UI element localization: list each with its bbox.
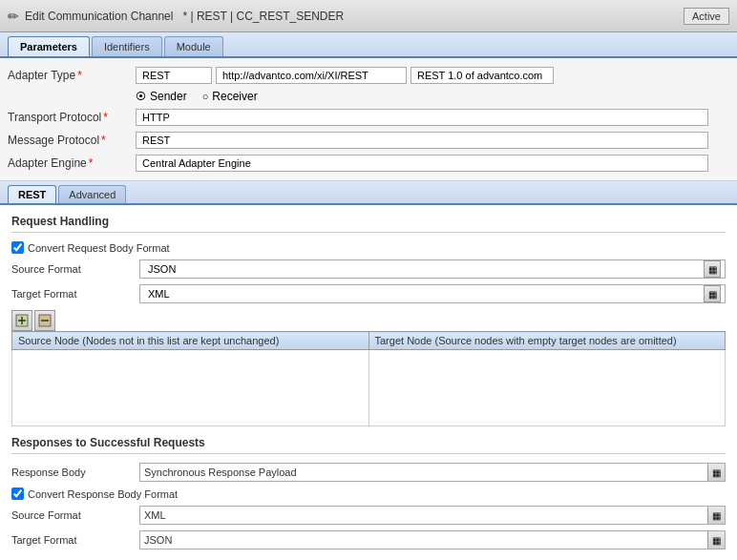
response-body-label: Response Body: [11, 467, 136, 478]
title-bar: ✏ Edit Communication Channel * | REST | …: [0, 0, 737, 32]
sender-receiver-group: ⦿ Sender ○ Receiver: [136, 90, 258, 103]
convert-request-checkbox-row: Convert Request Body Format: [11, 239, 726, 257]
main-tabs: Parameters Identifiers Module: [0, 32, 737, 58]
mapping-table: Source Node (Nodes not in this list are …: [11, 331, 726, 426]
table-toolbar: [11, 310, 726, 331]
response-source-format-input[interactable]: XML ▦: [139, 506, 726, 525]
convert-request-label: Convert Request Body Format: [28, 242, 170, 254]
adapter-type-values: REST http://advantco.com/xi/XI/REST REST…: [136, 67, 554, 84]
sender-radio-label: Sender: [150, 90, 187, 103]
sender-radio-item[interactable]: ⦿ Sender: [136, 90, 187, 103]
responses-section: Responses to Successful Requests Respons…: [11, 436, 726, 552]
adapter-engine-row: Adapter Engine * Central Adapter Engine: [8, 152, 729, 175]
message-protocol-value: REST: [136, 132, 708, 149]
delete-row-button[interactable]: [34, 310, 55, 331]
response-body-value: Synchronous Response Payload: [140, 467, 707, 478]
receiver-radio-item[interactable]: ○ Receiver: [202, 90, 258, 103]
response-source-format-label: Source Format: [11, 509, 136, 521]
adapter-version-value: REST 1.0 of advantco.com: [411, 67, 554, 84]
title-subtitle: * | REST | CC_REST_SENDER: [182, 10, 344, 23]
title-main: Edit Communication Channel: [25, 10, 173, 23]
convert-response-checkbox-row: Convert Response Body Format: [11, 485, 726, 503]
response-source-format-browse[interactable]: ▦: [707, 507, 725, 524]
adapter-type-row: Adapter Type * REST http://advantco.com/…: [8, 64, 729, 87]
adapter-type-value: REST: [136, 67, 212, 84]
transport-protocol-value: HTTP: [136, 109, 708, 126]
source-node-header: Source Node (Nodes not in this list are …: [12, 332, 369, 350]
form-section: Adapter Type * REST http://advantco.com/…: [0, 58, 737, 181]
target-format-browse[interactable]: ▦: [704, 285, 721, 302]
transport-protocol-row: Transport Protocol * HTTP: [8, 106, 729, 129]
response-target-format-input[interactable]: JSON ▦: [139, 530, 726, 550]
response-target-format-browse[interactable]: ▦: [707, 531, 725, 549]
required-star-adapter: *: [77, 69, 82, 82]
target-format-row: Target Format XML ▦: [11, 281, 726, 306]
target-node-header: Target Node (Source nodes with empty tar…: [368, 332, 726, 350]
response-source-format-row: Source Format XML ▦: [11, 503, 726, 528]
source-format-value: JSON: [144, 263, 704, 275]
response-target-format-label: Target Format: [11, 534, 136, 546]
active-badge: Active: [684, 8, 729, 25]
message-protocol-row: Message Protocol * REST: [8, 129, 729, 152]
response-body-row: Response Body Synchronous Response Paylo…: [11, 460, 726, 485]
adapter-engine-value: Central Adapter Engine: [136, 155, 708, 172]
responses-title: Responses to Successful Requests: [11, 436, 726, 454]
page-title: Edit Communication Channel * | REST | CC…: [25, 10, 344, 23]
target-node-empty-cell: [368, 350, 726, 426]
transport-protocol-label: Transport Protocol *: [8, 111, 132, 124]
sub-tab-advanced[interactable]: Advanced: [58, 185, 126, 203]
convert-request-checkbox[interactable]: [11, 241, 24, 254]
response-target-format-value: JSON: [140, 534, 707, 546]
sender-receiver-row: ⦿ Sender ○ Receiver: [8, 87, 729, 106]
response-body-browse[interactable]: ▦: [707, 464, 725, 481]
adapter-type-label: Adapter Type *: [8, 69, 132, 82]
target-format-value: XML: [144, 288, 704, 300]
response-target-format-row: Target Format JSON ▦: [11, 528, 726, 552]
required-star-transport: *: [103, 111, 108, 124]
add-row-button[interactable]: [11, 310, 32, 331]
tab-identifiers[interactable]: Identifiers: [92, 36, 162, 56]
adapter-engine-label: Adapter Engine *: [8, 156, 132, 170]
tab-module[interactable]: Module: [164, 36, 223, 56]
request-handling-title: Request Handling: [11, 215, 726, 233]
edit-icon: ✏: [8, 9, 19, 24]
source-format-label: Source Format: [11, 263, 136, 275]
convert-response-label: Convert Response Body Format: [28, 488, 178, 500]
tab-parameters[interactable]: Parameters: [8, 36, 90, 56]
response-source-format-value: XML: [140, 509, 707, 521]
source-format-row: Source Format JSON ▦: [11, 257, 726, 281]
message-protocol-label: Message Protocol *: [8, 134, 132, 147]
target-format-label: Target Format: [11, 288, 136, 300]
source-format-browse[interactable]: ▦: [704, 260, 721, 278]
sub-tab-rest[interactable]: REST: [8, 185, 56, 203]
sub-tabs: REST Advanced: [0, 181, 737, 205]
table-empty-row: [12, 350, 726, 426]
convert-response-checkbox[interactable]: [11, 487, 24, 500]
target-format-input[interactable]: XML ▦: [139, 284, 726, 303]
adapter-url-value: http://advantco.com/xi/XI/REST: [216, 67, 407, 84]
required-star-message: *: [101, 134, 106, 147]
receiver-radio-label: Receiver: [212, 90, 257, 103]
source-node-empty-cell: [12, 350, 369, 426]
content-area: Request Handling Convert Request Body Fo…: [0, 205, 737, 560]
source-format-input[interactable]: JSON ▦: [139, 259, 726, 279]
required-star-engine: *: [89, 156, 94, 170]
response-body-input[interactable]: Synchronous Response Payload ▦: [139, 463, 726, 482]
